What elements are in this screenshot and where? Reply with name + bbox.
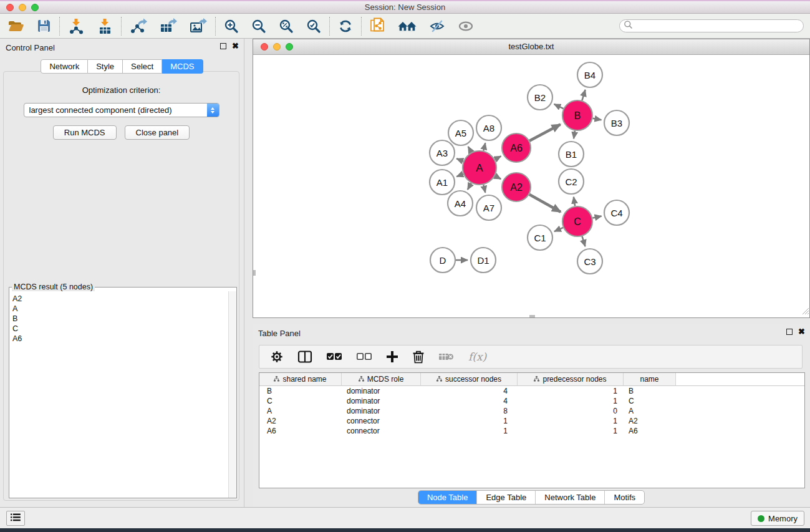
hide-details-icon[interactable] (429, 19, 445, 34)
graph-edge-A-A7[interactable] (483, 185, 485, 192)
graph-node-A5[interactable]: A5 (448, 120, 473, 145)
cell-successor-nodes[interactable]: 1 (421, 416, 518, 426)
select-all-icon[interactable] (326, 352, 342, 361)
tab-network-table[interactable]: Network Table (535, 491, 604, 504)
table-row[interactable]: Cdominator41C (259, 396, 804, 406)
graph-edge-B-B1[interactable] (574, 131, 575, 139)
graph-edge-A-A1[interactable] (456, 174, 463, 177)
result-item-a2[interactable]: A2 (12, 294, 228, 304)
network-canvas[interactable]: AA1A2A3A4A5A6A7A8BB1B2B3B4CC1C2C3C4DD1 (253, 55, 809, 317)
graph-node-A6[interactable]: A6 (502, 133, 531, 162)
cell-name[interactable]: C (624, 396, 676, 406)
graph-node-C2[interactable]: C2 (559, 169, 584, 194)
cell-shared-name[interactable]: A6 (259, 426, 342, 436)
tab-mcds[interactable]: MCDS (162, 59, 203, 74)
graph-node-C3[interactable]: C3 (577, 249, 602, 274)
tab-network[interactable]: Network (41, 59, 88, 74)
network-zoom-button[interactable] (286, 43, 293, 51)
result-item-b[interactable]: B (12, 314, 228, 324)
zoom-out-icon[interactable] (251, 19, 266, 34)
memory-button[interactable]: Memory (751, 511, 804, 526)
deselect-all-icon[interactable] (356, 352, 372, 361)
result-item-a[interactable]: A (12, 304, 228, 314)
graph-node-A4[interactable]: A4 (448, 191, 473, 216)
graph-node-A7[interactable]: A7 (476, 195, 501, 220)
cell-name[interactable]: A (624, 406, 676, 416)
graph-edge-C-C4[interactable] (592, 216, 601, 218)
houses-icon[interactable] (398, 19, 417, 34)
graph-edge-C-C2[interactable] (574, 197, 575, 206)
gear-icon[interactable] (270, 350, 284, 364)
graph-node-A3[interactable]: A3 (430, 140, 455, 165)
graph-edge-A6-B[interactable] (529, 125, 560, 141)
graph-edge-A-A4[interactable] (468, 183, 471, 190)
run-mcds-button[interactable]: Run MCDS (53, 125, 117, 140)
graph-node-B3[interactable]: B3 (604, 110, 629, 135)
column-header-predecessor-nodes[interactable]: predecessor nodes (518, 373, 624, 386)
import-network-icon[interactable] (68, 18, 84, 34)
close-panel-button[interactable]: Close panel (125, 125, 190, 140)
close-panel-icon[interactable]: ✖ (232, 43, 239, 49)
column-header-mcds-role[interactable]: MCDS role (342, 373, 421, 386)
cell-name[interactable]: B (624, 386, 676, 396)
resize-grip-icon[interactable] (801, 306, 809, 317)
zoom-in-icon[interactable] (224, 19, 239, 34)
cell-name[interactable]: A6 (624, 426, 676, 436)
search-input[interactable] (619, 19, 804, 32)
eye-icon[interactable] (458, 19, 474, 34)
result-item-a6[interactable]: A6 (12, 334, 228, 344)
graph-node-A8[interactable]: A8 (476, 115, 501, 140)
zoom-fit-icon[interactable] (279, 19, 294, 34)
graph-node-A2[interactable]: A2 (502, 173, 531, 201)
save-icon[interactable] (37, 19, 51, 33)
document-network-icon[interactable] (370, 17, 385, 34)
table-row[interactable]: Bdominator41B (259, 386, 804, 396)
cell-mcds-role[interactable]: connector (342, 426, 421, 436)
graph-edge-C-C3[interactable] (582, 236, 586, 246)
cell-shared-name[interactable]: A (259, 406, 342, 416)
close-window-button[interactable] (6, 4, 14, 11)
tab-node-table[interactable]: Node Table (418, 491, 477, 504)
add-column-icon[interactable] (386, 351, 398, 363)
cell-mcds-role[interactable]: dominator (342, 406, 421, 416)
cell-successor-nodes[interactable]: 4 (421, 396, 518, 406)
cell-shared-name[interactable]: B (259, 386, 342, 396)
graph-node-B2[interactable]: B2 (528, 85, 552, 110)
float-table-panel-icon[interactable] (786, 329, 793, 335)
graph-node-A[interactable]: A (463, 151, 496, 185)
cell-successor-nodes[interactable]: 1 (421, 426, 518, 436)
graph-edge-A-A8[interactable] (483, 143, 485, 150)
table-row[interactable]: Adominator80A (259, 406, 804, 416)
graph-edge-A-A5[interactable] (468, 147, 471, 152)
refresh-icon[interactable] (338, 19, 353, 34)
tab-edge-table[interactable]: Edge Table (476, 491, 535, 504)
table-row[interactable]: A2connector11A2 (259, 416, 804, 426)
network-window-titlebar[interactable]: testGlobe.txt (253, 39, 809, 55)
function-builder-icon[interactable]: f(x) (468, 351, 486, 363)
delete-column-icon[interactable] (412, 350, 425, 364)
cell-predecessor-nodes[interactable]: 1 (518, 396, 624, 406)
graph-edge-B-B3[interactable] (593, 118, 602, 120)
cell-mcds-role[interactable]: connector (342, 416, 421, 426)
zoom-window-button[interactable] (31, 4, 39, 11)
columns-icon[interactable] (297, 351, 312, 363)
export-table-icon[interactable] (160, 18, 177, 34)
cell-predecessor-nodes[interactable]: 1 (518, 416, 624, 426)
graph-edge-C-C1[interactable] (554, 228, 563, 231)
minimize-window-button[interactable] (19, 4, 26, 11)
network-minimize-button[interactable] (273, 43, 281, 51)
result-item-c[interactable]: C (12, 324, 228, 334)
graph-node-B[interactable]: B (562, 100, 592, 130)
column-header-shared-name[interactable]: shared name (259, 373, 342, 386)
cell-mcds-role[interactable]: dominator (342, 386, 421, 396)
graph-edge-B-B4[interactable] (582, 90, 585, 100)
cell-successor-nodes[interactable]: 4 (421, 386, 518, 396)
cell-predecessor-nodes[interactable]: 1 (518, 426, 624, 436)
import-table-icon[interactable] (97, 18, 113, 34)
graph-node-D[interactable]: D (430, 248, 455, 273)
criterion-dropdown[interactable]: largest connected component (directed) (24, 103, 219, 117)
graph-edge-A-A6[interactable] (495, 156, 501, 159)
table-row[interactable]: A6connector11A6 (259, 426, 804, 436)
tab-style[interactable]: Style (88, 59, 123, 74)
graph-node-B1[interactable]: B1 (559, 142, 584, 167)
